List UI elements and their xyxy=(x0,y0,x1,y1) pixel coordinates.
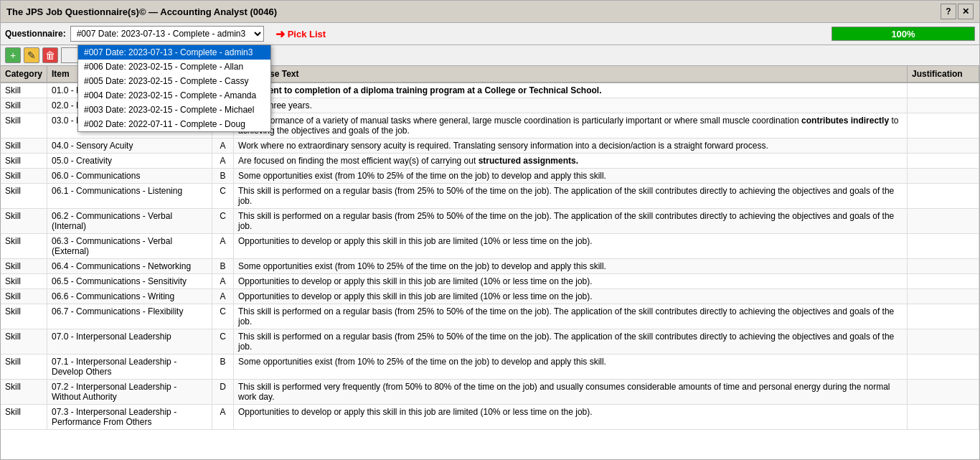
cell-response: One to three years. xyxy=(234,98,908,113)
cell-response: Are focused on finding the most efficien… xyxy=(234,154,908,169)
cell-justification xyxy=(908,355,979,380)
dropdown-item[interactable]: #005 Date: 2023-02-15 - Complete - Cassy xyxy=(78,74,270,88)
questionnaire-select[interactable]: #007 Date: 2023-07-13 - Complete - admin… xyxy=(70,26,264,42)
title-bar: The JPS Job Questionnaire(s)© — Accounti… xyxy=(1,1,979,23)
edit-button[interactable]: ✎ xyxy=(24,47,39,63)
progress-label: 100% xyxy=(832,27,974,40)
cell-category: Skill xyxy=(1,169,47,184)
cell-item: 06.5 - Communications - Sensitivity xyxy=(47,274,212,289)
cell-category: Skill xyxy=(1,405,47,430)
cell-rating: A xyxy=(212,289,234,304)
cell-justification xyxy=(908,329,979,355)
toolbar: Questionnaire: #007 Date: 2023-07-13 - C… xyxy=(1,23,979,45)
cell-justification xyxy=(908,98,979,113)
table-row: Skill07.1 - Interpersonal Leadership - D… xyxy=(1,355,979,380)
cell-category: Skill xyxy=(1,209,47,234)
cell-rating: A xyxy=(212,154,234,169)
cell-category: Skill xyxy=(1,289,47,304)
cell-response: Opportunities to develop or apply this s… xyxy=(234,274,908,289)
dropdown-item[interactable]: #006 Date: 2023-02-15 - Complete - Allan xyxy=(78,60,270,74)
cell-item: 06.1 - Communications - Listening xyxy=(47,184,212,209)
dropdown-item[interactable]: #007 Date: 2023-07-13 - Complete - admin… xyxy=(78,45,270,60)
cell-rating: D xyxy=(212,380,234,405)
cell-rating: C xyxy=(212,329,234,355)
cell-rating: B xyxy=(212,259,234,274)
pick-list-label: ➜ Pick List xyxy=(275,27,326,41)
cell-response: Opportunities to develop or apply this s… xyxy=(234,289,908,304)
cell-rating: C xyxy=(212,304,234,329)
questionnaire-dropdown-container: #007 Date: 2023-07-13 - Complete - admin… xyxy=(70,26,264,42)
cell-response: Equivalent to completion of a diploma tr… xyxy=(234,83,908,98)
add-button[interactable]: + xyxy=(5,47,21,63)
cell-rating: C xyxy=(212,184,234,209)
table-row: Skill07.2 - Interpersonal Leadership - W… xyxy=(1,380,979,405)
arrow-icon: ➜ xyxy=(275,27,285,41)
cell-rating: A xyxy=(212,139,234,154)
progress-bar: 100% xyxy=(831,27,975,41)
cell-category: Skill xyxy=(1,154,47,169)
cell-item: 05.0 - Creativity xyxy=(47,154,212,169)
cell-rating: A xyxy=(212,234,234,259)
cell-item: 07.0 - Interpersonal Leadership xyxy=(47,329,212,355)
cell-category: Skill xyxy=(1,274,47,289)
cell-rating: C xyxy=(212,209,234,234)
cell-justification xyxy=(908,209,979,234)
cell-justification xyxy=(908,274,979,289)
cell-response: Some opportunities exist (from 10% to 25… xyxy=(234,169,908,184)
cell-response: This skill is performed on a regular bas… xyxy=(234,329,908,355)
cell-justification xyxy=(908,184,979,209)
cell-category: Skill xyxy=(1,113,47,139)
cell-justification xyxy=(908,259,979,274)
cell-justification xyxy=(908,289,979,304)
table-row: Skill07.0 - Interpersonal LeadershipCThi… xyxy=(1,329,979,355)
dropdown-overlay: #007 Date: 2023-07-13 - Complete - admin… xyxy=(77,44,271,132)
delete-button[interactable]: 🗑 xyxy=(42,47,58,63)
cell-item: 06.7 - Communications - Flexibility xyxy=(47,304,212,329)
cell-response: Some opportunities exist (from 10% to 25… xyxy=(234,259,908,274)
cell-justification xyxy=(908,169,979,184)
table-body: Skill01.0 - EducationDEquivalent to comp… xyxy=(1,83,979,430)
dropdown-item[interactable]: #004 Date: 2023-02-15 - Complete - Amand… xyxy=(78,88,270,103)
cell-justification xyxy=(908,139,979,154)
dropdown-item[interactable]: #003 Date: 2023-02-15 - Complete - Micha… xyxy=(78,103,270,117)
cell-response: This skill is performed on a regular bas… xyxy=(234,184,908,209)
cell-response: Opportunities to develop or apply this s… xyxy=(234,405,908,430)
cell-category: Skill xyxy=(1,184,47,209)
cell-item: 07.1 - Interpersonal Leadership - Develo… xyxy=(47,355,212,380)
cell-item: 06.2 - Communications - Verbal (Internal… xyxy=(47,209,212,234)
table-row: Skill06.6 - Communications - WritingAOpp… xyxy=(1,289,979,304)
cell-item: 04.0 - Sensory Acuity xyxy=(47,139,212,154)
cell-justification xyxy=(908,380,979,405)
table-row: Skill06.3 - Communications - Verbal (Ext… xyxy=(1,234,979,259)
cell-category: Skill xyxy=(1,139,47,154)
app-title: The JPS Job Questionnaire(s)© — Accounti… xyxy=(6,6,277,17)
cell-category: Skill xyxy=(1,259,47,274)
cell-response: This skill is performed on a regular bas… xyxy=(234,304,908,329)
cell-item: 06.4 - Communications - Networking xyxy=(47,259,212,274)
cell-rating: A xyxy=(212,405,234,430)
close-button[interactable]: ✕ xyxy=(958,4,974,19)
cell-item: 07.2 - Interpersonal Leadership - Withou… xyxy=(47,380,212,405)
questionnaire-label: Questionnaire: xyxy=(5,29,66,39)
table-row: Skill05.0 - CreativityAAre focused on fi… xyxy=(1,154,979,169)
cell-item: 06.6 - Communications - Writing xyxy=(47,289,212,304)
dropdown-item[interactable]: #002 Date: 2022-07-11 - Complete - Doug xyxy=(78,117,270,131)
cell-justification xyxy=(908,113,979,139)
cell-response: Opportunities to develop or apply this s… xyxy=(234,234,908,259)
cell-rating: A xyxy=(212,274,234,289)
col-header-category: Category xyxy=(1,66,47,83)
cell-response: This skill is performed very frequently … xyxy=(234,380,908,405)
table-row: Skill04.0 - Sensory AcuityAWork where no… xyxy=(1,139,979,154)
cell-category: Skill xyxy=(1,304,47,329)
cell-item: 06.0 - Communications xyxy=(47,169,212,184)
table-row: Skill06.1 - Communications - ListeningCT… xyxy=(1,184,979,209)
cell-response: This skill is performed on a regular bas… xyxy=(234,209,908,234)
cell-response: The performance of a variety of manual t… xyxy=(234,113,908,139)
help-button[interactable]: ? xyxy=(941,4,956,19)
table-row: Skill06.5 - Communications - Sensitivity… xyxy=(1,274,979,289)
cell-justification xyxy=(908,234,979,259)
cell-justification xyxy=(908,154,979,169)
cell-justification xyxy=(908,405,979,430)
cell-rating: B xyxy=(212,169,234,184)
table-row: Skill06.7 - Communications - Flexibility… xyxy=(1,304,979,329)
